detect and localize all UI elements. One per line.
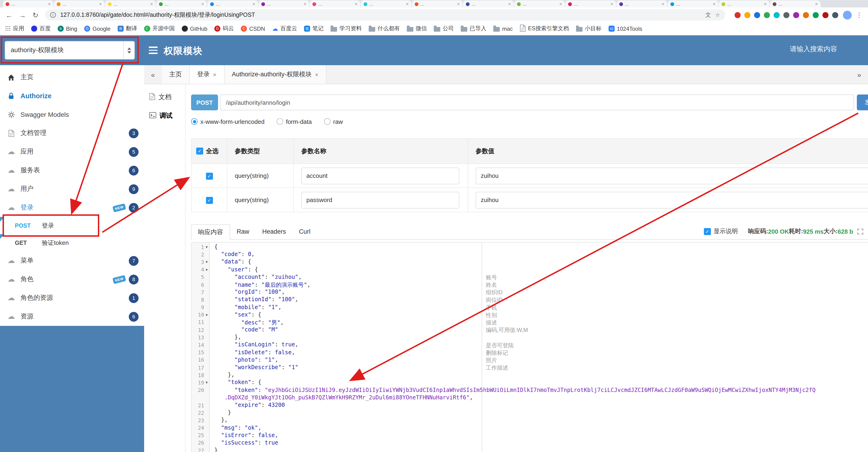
bookmark-item[interactable]: CCSDN	[241, 25, 265, 32]
content-type-radio[interactable]: x-www-form-urlencoded	[191, 118, 265, 125]
panel-nav-doc[interactable]: 文档	[144, 88, 185, 107]
tab-close-icon[interactable]: ×	[355, 1, 358, 6]
bookmark-item[interactable]: mac	[493, 25, 513, 32]
sidebar-item[interactable]: ☁服务表6	[0, 161, 144, 180]
tab-close-icon[interactable]: ×	[713, 1, 715, 6]
bookmark-item[interactable]: 已导入	[461, 25, 486, 33]
extension-icon[interactable]	[783, 12, 789, 18]
response-tab[interactable]: Curl	[292, 224, 317, 239]
bookmark-star-icon[interactable]: ☆	[715, 12, 720, 18]
browser-tab[interactable]: …×	[207, 0, 258, 7]
browser-tab[interactable]: …×	[668, 0, 718, 7]
url-input[interactable]	[59, 11, 701, 19]
fullscreen-icon[interactable]	[857, 228, 863, 234]
tab-close-icon[interactable]: ×	[406, 1, 409, 6]
tab-close-icon[interactable]: ×	[213, 71, 216, 78]
response-tab[interactable]: 响应内容	[191, 224, 230, 240]
browser-menu-icon[interactable]: ⋮	[856, 11, 862, 19]
extension-icon[interactable]	[744, 12, 750, 18]
content-type-radio[interactable]: form-data	[277, 118, 312, 125]
tab-close-icon[interactable]: ×	[611, 1, 613, 6]
param-checkbox[interactable]: ✓	[206, 172, 213, 179]
bookmark-item[interactable]: 笔笔记	[304, 25, 323, 33]
profile-avatar[interactable]	[843, 10, 852, 19]
sidebar-item[interactable]: ☁角色NEW8	[0, 270, 144, 289]
extension-icon[interactable]	[813, 12, 819, 18]
tab-close-icon[interactable]: ×	[99, 1, 102, 6]
response-tab[interactable]: Headers	[256, 224, 292, 239]
bookmark-item[interactable]: 百度	[31, 25, 51, 33]
tab-close-icon[interactable]: ×	[304, 1, 306, 6]
bookmark-item[interactable]: 微信	[407, 25, 427, 33]
fold-icon[interactable]: ▼	[204, 268, 209, 272]
reload-icon[interactable]: ↻	[33, 11, 38, 19]
bookmark-item[interactable]: 译翻译	[117, 25, 137, 33]
browser-tab[interactable]: …×	[105, 0, 156, 7]
sidebar-item[interactable]: ☁菜单7	[0, 251, 144, 270]
panel-nav-debug[interactable]: 调试	[144, 107, 185, 125]
tab-close-icon[interactable]: ×	[559, 1, 562, 6]
response-tab[interactable]: Raw	[230, 224, 256, 239]
bookmark-item[interactable]: 公司	[434, 25, 454, 33]
fold-icon[interactable]: ▼	[204, 245, 209, 249]
sidebar-endpoint[interactable]: GET验证token	[0, 234, 144, 251]
extension-icon[interactable]	[823, 12, 829, 18]
bookmark-item[interactable]: 学习资料	[331, 25, 362, 33]
doc-tab[interactable]: 登录×	[190, 65, 224, 84]
bookmark-item[interactable]: GGoogle	[84, 25, 111, 32]
bookmark-item[interactable]: ES搜索引擎文档	[520, 24, 569, 33]
tab-close-icon[interactable]: ×	[661, 1, 664, 6]
response-code-editor[interactable]: 1▼23▼4▼5678910▼111213141516171819▼202122…	[191, 242, 868, 452]
sidebar-item[interactable]: 文档管理3	[0, 124, 144, 142]
sidebar-item[interactable]: ☁用户9	[0, 180, 144, 198]
doc-tab[interactable]: 主页	[162, 65, 190, 84]
browser-tab[interactable]: …×	[412, 0, 463, 7]
param-name-input[interactable]	[301, 192, 459, 208]
show-desc-checkbox[interactable]: ✓	[704, 228, 711, 235]
param-value-input[interactable]	[475, 167, 868, 184]
collapse-right-icon[interactable]: »	[850, 65, 868, 84]
fold-icon[interactable]: ▼	[204, 260, 209, 264]
bookmark-item[interactable]: 什么都有	[369, 25, 400, 33]
tab-close-icon[interactable]: ×	[315, 71, 318, 78]
bookmark-item[interactable]: bBing	[58, 25, 77, 32]
param-value-input[interactable]	[475, 192, 868, 208]
translate-icon[interactable]: 文	[705, 12, 711, 18]
tab-close-icon[interactable]: ×	[508, 1, 511, 6]
select-all-checkbox[interactable]: ✓	[196, 147, 203, 154]
extension-icon[interactable]	[764, 12, 770, 18]
bookmark-item[interactable]: GitHub	[182, 25, 207, 32]
sidebar-item[interactable]: ☁资源6	[0, 307, 144, 326]
bookmark-item[interactable]: G码云	[214, 25, 234, 33]
send-button[interactable]: 发送	[857, 94, 868, 110]
tab-close-icon[interactable]: ×	[48, 1, 51, 6]
doc-tab[interactable]: Authorize-authority-权限模块×	[224, 65, 327, 84]
browser-tab[interactable]: …×	[617, 0, 667, 7]
browser-tab[interactable]: …×	[54, 0, 104, 7]
browser-tab[interactable]: …×	[565, 0, 616, 7]
browser-tab[interactable]: …×	[361, 0, 411, 7]
fold-icon[interactable]: ▼	[204, 381, 209, 385]
browser-tab[interactable]: …×	[770, 0, 820, 7]
extension-icon[interactable]	[774, 12, 780, 18]
browser-tab[interactable]: …×	[3, 0, 54, 7]
param-name-input[interactable]	[301, 167, 459, 184]
sidebar-item[interactable]: ☁应用5	[0, 142, 144, 161]
browser-tab[interactable]: …×	[258, 0, 309, 7]
bookmark-item[interactable]: C开源中国	[144, 25, 175, 33]
sidebar-item[interactable]: Authorize	[0, 87, 144, 105]
browser-tab[interactable]: …×	[310, 0, 360, 7]
request-path-input[interactable]	[220, 94, 854, 110]
tab-close-icon[interactable]: ×	[201, 1, 204, 6]
bookmark-item[interactable]: 小目标	[576, 25, 601, 33]
content-type-radio[interactable]: raw	[324, 118, 343, 125]
tab-close-icon[interactable]: ×	[457, 1, 460, 6]
tab-close-icon[interactable]: ×	[764, 1, 767, 6]
sidebar-item[interactable]: ☁登录NEW2	[0, 198, 144, 217]
tab-close-icon[interactable]: ×	[815, 1, 818, 6]
hamburger-icon[interactable]	[149, 47, 158, 54]
sidebar-endpoint[interactable]: POST登录	[0, 217, 144, 234]
fold-icon[interactable]: ▼	[204, 313, 209, 317]
extension-icon[interactable]	[793, 12, 799, 18]
sidebar-item[interactable]: 主页	[0, 68, 144, 87]
